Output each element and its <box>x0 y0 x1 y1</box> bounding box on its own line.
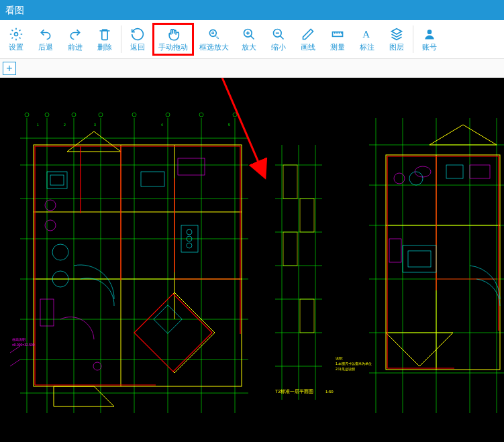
line-label: 画线 <box>301 42 315 52</box>
svg-text:2.详见总说明: 2.详见总说明 <box>336 367 355 371</box>
zoom-window-button[interactable]: 框选放大 <box>194 23 234 56</box>
forward-label: 前进 <box>68 42 83 52</box>
svg-text:1.本图尺寸以毫米为单位: 1.本图尺寸以毫米为单位 <box>336 362 372 366</box>
svg-point-29 <box>199 113 203 117</box>
svg-text:3: 3 <box>94 123 96 127</box>
svg-point-40 <box>187 243 192 248</box>
pencil-icon <box>301 26 315 42</box>
zoom-window-label: 框选放大 <box>199 42 229 52</box>
layer-button[interactable]: 图层 <box>382 23 411 56</box>
ruler-icon <box>331 26 344 42</box>
zoom-out-label: 缩小 <box>271 42 286 52</box>
text-icon: A <box>360 26 374 42</box>
user-icon <box>423 26 436 42</box>
measure-button[interactable]: 测量 <box>323 23 352 56</box>
settings-label: 设置 <box>9 42 23 52</box>
zoom-in-button[interactable]: 放大 <box>234 23 264 56</box>
account-button[interactable]: 账号 <box>415 23 444 56</box>
layer-label: 图层 <box>389 42 404 52</box>
svg-point-45 <box>93 362 101 370</box>
svg-rect-31 <box>34 145 242 386</box>
cad-canvas[interactable]: 123 45 <box>0 78 504 442</box>
svg-point-42 <box>45 200 56 211</box>
svg-rect-46 <box>178 158 205 175</box>
line-button[interactable]: 画线 <box>293 23 323 56</box>
toolbar-separator <box>413 25 413 53</box>
svg-point-38 <box>187 229 192 235</box>
svg-rect-32 <box>47 172 67 188</box>
svg-point-82 <box>394 173 405 184</box>
plus-icon: + <box>6 62 12 74</box>
svg-point-25 <box>72 113 76 117</box>
svg-rect-79 <box>408 251 431 267</box>
trash-icon <box>98 26 111 42</box>
zoom-in-icon <box>242 26 256 42</box>
svg-point-43 <box>45 220 56 231</box>
zoom-in-label: 放大 <box>242 42 256 52</box>
delete-button[interactable]: 删除 <box>90 23 119 56</box>
title-text: 看图 <box>5 5 24 15</box>
undo-icon <box>39 26 52 42</box>
svg-rect-33 <box>50 175 64 185</box>
svg-text:2: 2 <box>64 123 66 127</box>
svg-point-24 <box>45 113 49 117</box>
svg-rect-84 <box>470 165 490 178</box>
forward-button[interactable]: 前进 <box>60 23 90 56</box>
svg-point-6 <box>427 30 432 34</box>
svg-rect-77 <box>386 155 500 370</box>
svg-rect-64 <box>300 199 314 232</box>
svg-text:标高说明: 标高说明 <box>11 337 26 341</box>
cad-drawing: 123 45 <box>0 78 504 442</box>
svg-point-26 <box>99 113 103 117</box>
svg-rect-63 <box>283 232 297 266</box>
svg-rect-36 <box>141 172 164 186</box>
scale-label: 1:50 <box>325 390 334 394</box>
layers-icon <box>390 26 403 42</box>
svg-rect-78 <box>403 245 436 272</box>
svg-rect-62 <box>283 165 297 199</box>
tab-bar: + <box>0 59 504 78</box>
annotate-label: 标注 <box>360 42 374 52</box>
account-label: 账号 <box>422 42 437 52</box>
pan-button[interactable]: 手动拖动 <box>152 23 194 56</box>
add-tab-button[interactable]: + <box>3 62 16 75</box>
svg-point-28 <box>166 113 170 117</box>
svg-rect-80 <box>446 165 463 178</box>
svg-text:A: A <box>362 29 370 40</box>
floor-plan-label: T2标准一层平面图 <box>275 389 313 394</box>
zoom-out-button[interactable]: 缩小 <box>264 23 293 56</box>
gear-icon <box>9 26 23 42</box>
settings-button[interactable]: 设置 <box>1 23 31 56</box>
svg-text:5: 5 <box>228 123 230 127</box>
title-bar: 看图 <box>0 0 504 20</box>
back-button[interactable]: 后退 <box>31 23 60 56</box>
redo-icon <box>68 26 82 42</box>
toolbar: 设置 后退 前进 删除 返回 手动拖动 框选放大 <box>0 20 504 59</box>
delete-label: 删除 <box>97 42 112 52</box>
svg-text:4: 4 <box>161 123 163 127</box>
svg-point-0 <box>15 33 18 36</box>
toolbar-separator <box>121 25 121 53</box>
annotate-button[interactable]: A 标注 <box>352 23 382 56</box>
rotate-icon <box>131 26 144 42</box>
svg-point-34 <box>52 244 68 260</box>
hand-icon <box>166 26 180 42</box>
svg-text:1: 1 <box>37 123 39 127</box>
return-label: 返回 <box>130 42 145 52</box>
svg-text:±0.000=32.500: ±0.000=32.500 <box>12 343 35 347</box>
svg-point-81 <box>409 172 423 185</box>
svg-point-27 <box>132 113 136 117</box>
svg-point-30 <box>233 113 237 117</box>
svg-rect-65 <box>300 299 314 333</box>
pan-label: 手动拖动 <box>158 42 188 52</box>
zoom-window-icon <box>207 26 221 42</box>
return-button[interactable]: 返回 <box>123 23 152 56</box>
svg-text:说明:: 说明: <box>336 356 343 360</box>
svg-point-23 <box>25 113 29 117</box>
svg-rect-83 <box>389 239 401 262</box>
zoom-out-icon <box>272 26 285 42</box>
measure-label: 测量 <box>330 42 345 52</box>
back-label: 后退 <box>38 42 53 52</box>
